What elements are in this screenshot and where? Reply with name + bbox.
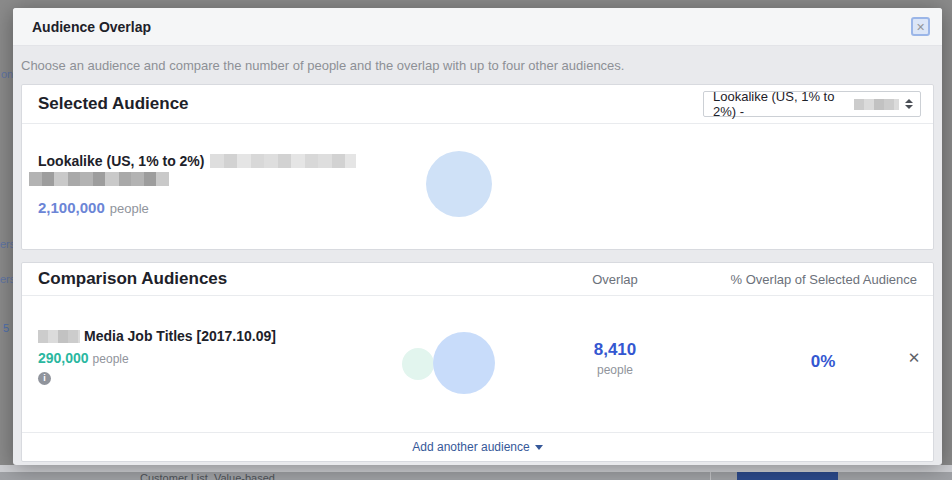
caret-down-icon [535,445,543,450]
add-another-audience-link[interactable]: Add another audience [412,440,542,454]
overlap-percentage: 0% [768,352,878,372]
audience-dropdown[interactable]: Lookalike (US, 1% to 2%) - [703,91,921,117]
background-blue-button [737,472,838,480]
redacted-text-block [38,330,80,343]
comparison-audience-name: Media Job Titles [2017.10.09] [84,328,276,344]
remove-icon: ✕ [908,349,921,366]
comparison-audience-info: Media Job Titles [2017.10.09] 290,000 pe… [38,328,276,385]
overlap-count: 8,410 [560,340,670,360]
redacted-text-block [210,154,356,168]
info-icon[interactable]: i [38,372,51,385]
background-text-fragment: on [1,68,13,80]
modal-title: Audience Overlap [32,19,151,35]
modal-header: Audience Overlap ✕ [13,8,942,46]
modal-description: Choose an audience and compare the numbe… [21,58,934,73]
comparison-card-footer: Add another audience [22,432,933,461]
overlap-column-header: Overlap [560,272,670,287]
overlap-value-cell: 8,410 people [560,340,670,377]
background-divider [710,472,711,480]
select-arrows-icon [905,99,913,109]
background-text-fragment: Customer List, Value-based [140,472,275,480]
comparison-audiences-heading: Comparison Audiences [38,269,227,289]
audience-overlap-modal: Audience Overlap ✕ Choose an audience an… [13,8,942,465]
selected-audience-header: Selected Audience Lookalike (US, 1% to 2… [22,85,933,124]
remove-audience-button[interactable]: ✕ [904,348,924,368]
overlap-count-unit: people [560,363,670,377]
comparison-audience-count: 290,000 [38,350,89,366]
selected-audience-name: Lookalike (US, 1% to 2%) [38,153,204,169]
comparison-audiences-card: Comparison Audiences Overlap % Overlap o… [21,262,934,462]
selected-audience-heading: Selected Audience [38,94,189,114]
background-page-row: Customer List, Value-based [0,472,952,480]
audience-dropdown-value: Lookalike (US, 1% to 2%) - [713,89,849,119]
close-button[interactable]: ✕ [911,17,930,36]
selected-audience-info: Lookalike (US, 1% to 2%) 2,100,000 peopl… [38,153,356,216]
close-icon: ✕ [916,21,925,33]
selected-audience-card: Selected Audience Lookalike (US, 1% to 2… [21,84,934,250]
add-another-audience-label: Add another audience [412,440,529,454]
info-icon-glyph: i [43,373,46,383]
redacted-text-block [29,172,169,186]
background-band [0,465,952,472]
background-text-fragment: 5 [3,322,9,334]
comparison-audience-row: Media Job Titles [2017.10.09] 290,000 pe… [22,296,933,433]
comparison-audience-circle [402,348,434,380]
selected-audience-count: 2,100,000 [38,199,105,216]
selected-audience-count-unit: people [110,201,149,216]
redacted-text-block [854,99,899,110]
comparison-audience-count-unit: people [93,352,129,366]
pct-overlap-column-header: % Overlap of Selected Audience [731,272,917,287]
selected-audience-content: Lookalike (US, 1% to 2%) 2,100,000 peopl… [22,124,933,249]
selected-audience-circle [426,151,492,217]
selected-audience-overlap-circle [433,332,495,394]
comparison-audiences-header: Comparison Audiences Overlap % Overlap o… [22,263,933,296]
